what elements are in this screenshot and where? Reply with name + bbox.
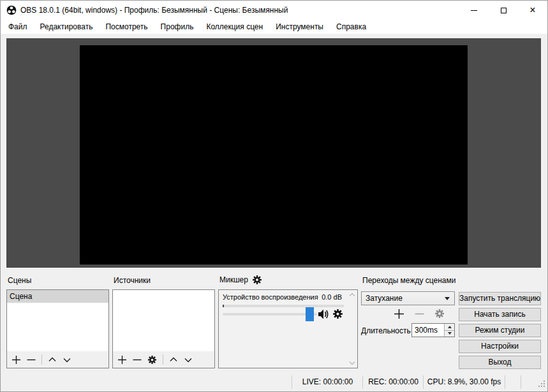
move-scene-down-icon[interactable] <box>63 355 71 365</box>
preview-area <box>6 38 541 268</box>
scroll-up-icon[interactable] <box>349 293 355 297</box>
status-rec-time: REC: 00:00:00 <box>363 373 424 391</box>
window-title: OBS 18.0.1 (64bit, windows) - Профиль: Б… <box>20 1 288 20</box>
source-properties-gear-icon[interactable] <box>147 355 157 365</box>
settings-button[interactable]: Настройки <box>459 340 541 353</box>
mixer-channel-name: Устройство воспроизведения <box>223 293 318 301</box>
obs-logo-icon <box>6 5 17 15</box>
close-button[interactable]: × <box>518 1 547 20</box>
add-source-icon[interactable] <box>117 355 127 365</box>
menu-item-tools[interactable]: Инструменты <box>269 20 330 34</box>
chevron-up-icon <box>448 326 452 328</box>
channel-settings-gear-icon[interactable] <box>332 309 343 321</box>
close-icon: × <box>529 5 535 15</box>
remove-source-icon[interactable] <box>133 355 142 365</box>
window-controls: × <box>459 1 547 20</box>
resize-grip[interactable] <box>538 381 545 389</box>
maximize-icon <box>501 8 507 13</box>
status-live-time: LIVE: 00:00:00 <box>292 373 363 391</box>
mixer-scrollbar[interactable] <box>346 290 357 368</box>
studio-mode-button[interactable]: Режим студии <box>459 324 541 337</box>
minimize-icon <box>471 10 477 11</box>
chevron-down-icon <box>448 332 452 335</box>
mixer-panel-title: Микшер <box>219 273 262 286</box>
start-recording-button[interactable]: Начать запись <box>459 308 541 321</box>
volume-slider-track[interactable] <box>223 313 317 316</box>
menu-item-view[interactable]: Посмотреть <box>99 20 154 34</box>
mixer-settings-gear-icon[interactable] <box>252 275 262 285</box>
transition-toolbar <box>383 307 455 320</box>
menu-item-scene-collection[interactable]: Коллекция сцен <box>200 20 269 34</box>
status-cpu-fps: CPU: 8.9%, 30.00 fps <box>424 373 505 391</box>
toolbar-divider <box>41 354 42 365</box>
move-source-up-icon[interactable] <box>169 355 178 365</box>
spin-down-button[interactable] <box>445 331 454 337</box>
mixer-panel: Устройство воспроизведения 0.0 dB <box>218 289 358 368</box>
volume-slider-handle[interactable] <box>306 307 314 321</box>
scroll-down-icon[interactable] <box>349 361 355 365</box>
speaker-mute-icon[interactable] <box>318 309 329 321</box>
scenes-toolbar <box>7 351 108 368</box>
transition-selected-value: Затухание <box>366 294 403 303</box>
toolbar-divider <box>163 354 163 365</box>
volume-meter-tick <box>223 305 224 307</box>
maximize-button[interactable] <box>489 1 518 20</box>
status-divider <box>505 375 505 389</box>
mixer-channel-level: 0.0 dB <box>322 293 342 301</box>
sources-panel-title: Источники <box>114 275 151 286</box>
add-transition-icon[interactable] <box>394 309 404 319</box>
menu-item-edit[interactable]: Редактировать <box>34 20 100 34</box>
transition-select[interactable]: Затухание <box>361 291 455 305</box>
sources-list-area[interactable] <box>113 290 214 351</box>
minimize-button[interactable] <box>459 1 489 20</box>
scenes-list: Сцена <box>6 289 109 368</box>
scenes-panel-title: Сцены <box>8 275 31 286</box>
duration-value: 300ms <box>415 324 438 337</box>
mixer-title-text: Микшер <box>219 275 248 285</box>
remove-transition-icon[interactable] <box>415 309 424 319</box>
start-streaming-button[interactable]: Запустить трансляцию <box>459 292 541 305</box>
menu-item-help[interactable]: Справка <box>330 20 373 34</box>
transition-properties-gear-icon[interactable] <box>434 309 445 319</box>
volume-meter <box>223 305 344 307</box>
status-divider <box>521 375 521 389</box>
chevron-down-icon <box>445 297 450 300</box>
spinner-buttons <box>444 324 454 337</box>
status-bar: LIVE: 00:00:00 REC: 00:00:00 CPU: 8.9%, … <box>1 373 547 391</box>
transitions-panel-title: Переходы между сценами <box>362 275 455 286</box>
remove-scene-icon[interactable] <box>27 355 36 365</box>
exit-button[interactable]: Выход <box>459 356 541 369</box>
menu-item-file[interactable]: Файл <box>2 20 34 34</box>
titlebar[interactable]: OBS 18.0.1 (64bit, windows) - Профиль: Б… <box>1 1 547 20</box>
move-source-down-icon[interactable] <box>184 355 193 365</box>
obs-main-window: OBS 18.0.1 (64bit, windows) - Профиль: Б… <box>0 0 548 392</box>
add-scene-icon[interactable] <box>11 355 21 365</box>
scene-list-item[interactable]: Сцена <box>7 290 108 303</box>
menu-item-profile[interactable]: Профиль <box>154 20 200 34</box>
sources-toolbar <box>113 351 214 368</box>
preview-canvas[interactable] <box>80 45 468 265</box>
duration-label: Длительность <box>361 324 411 337</box>
scenes-list-area[interactable]: Сцена <box>7 290 108 351</box>
move-scene-up-icon[interactable] <box>48 355 57 365</box>
sources-list <box>112 289 215 368</box>
menu-bar: Файл Редактировать Посмотреть Профиль Ко… <box>1 20 547 34</box>
duration-spinbox[interactable]: 300ms <box>411 323 455 337</box>
spin-up-button[interactable] <box>445 324 454 331</box>
